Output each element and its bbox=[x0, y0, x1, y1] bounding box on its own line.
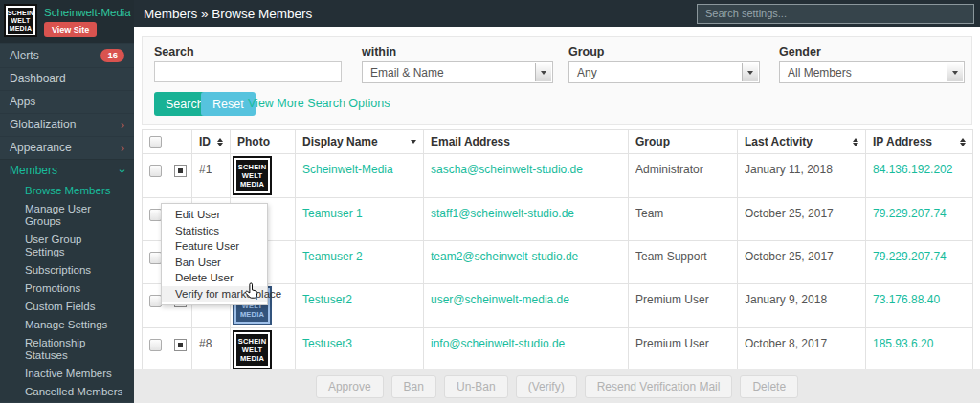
alerts-badge: 16 bbox=[100, 49, 124, 62]
group-value-cell: Premium User bbox=[629, 284, 738, 328]
column-header-content: Photo bbox=[237, 135, 288, 148]
row-expander-icon[interactable] bbox=[174, 165, 187, 177]
ip-address-link[interactable]: 185.93.6.20 bbox=[873, 337, 933, 350]
ip-address-link-cell: 84.136.192.202 bbox=[866, 154, 973, 198]
brand-info: Scheinwelt-Media View Site bbox=[44, 4, 131, 37]
expander-glyph bbox=[178, 343, 183, 347]
row-expand-cell bbox=[167, 154, 192, 198]
email-link[interactable]: staff1@scheinwelt-studio.de bbox=[431, 207, 574, 220]
column-header-display-name[interactable]: Display Name bbox=[296, 130, 424, 154]
row-checkbox[interactable] bbox=[149, 165, 162, 177]
context-menu-item-verify-for-marketplace[interactable]: Verify for marketplace bbox=[162, 286, 267, 302]
column-header-group[interactable]: Group bbox=[629, 130, 738, 154]
email-link[interactable]: info@scheinwelt-studio.de bbox=[431, 337, 565, 350]
view-site-button[interactable]: View Site bbox=[44, 22, 97, 37]
display-name-link-cell: Testuser3 bbox=[296, 328, 424, 372]
member-photo[interactable]: SCHEINWELTMEDIA bbox=[233, 156, 272, 195]
sort-up-arrow bbox=[960, 138, 966, 142]
sidebar-item-globalization[interactable]: Globalization› bbox=[0, 113, 134, 136]
column-header-id[interactable]: ID bbox=[192, 130, 231, 154]
context-menu-item-feature-user[interactable]: Feature User bbox=[162, 238, 267, 255]
sidebar-item-label: User Group Settings bbox=[25, 234, 124, 258]
sidebar-item-label: Alerts bbox=[10, 50, 39, 62]
content: Search within Email & Name Group Any Gen… bbox=[134, 27, 980, 403]
sidebar-item-browse-members[interactable]: Browse Members bbox=[0, 182, 134, 200]
column-header-last-activity[interactable]: Last Activity bbox=[738, 130, 866, 154]
sidebar-item-cancelled-members[interactable]: Cancelled Members bbox=[0, 383, 134, 401]
ip-address-link-cell: 73.176.88.40 bbox=[866, 284, 973, 328]
sidebar-item-user-group-settings[interactable]: User Group Settings bbox=[0, 231, 134, 261]
bulk-un-ban-button[interactable]: Un-Ban bbox=[444, 375, 508, 398]
sidebar-item-manage-user-groups[interactable]: Manage User Groups bbox=[0, 200, 134, 231]
select-all-header[interactable] bbox=[143, 130, 167, 154]
sidebar-item-inactive-members[interactable]: Inactive Members bbox=[0, 365, 134, 383]
column-header-email-address[interactable]: Email Address bbox=[424, 130, 629, 154]
brand-logo: SCHEIN WELT MEDIA bbox=[6, 6, 35, 35]
dropdown-arrow-icon bbox=[535, 63, 551, 81]
member-photo-text: MEDIA bbox=[240, 180, 264, 189]
member-photo[interactable]: SCHEINWELTMEDIA bbox=[233, 330, 272, 369]
sidebar-item-label: Cancelled Members bbox=[25, 386, 122, 398]
within-select[interactable]: Email & Name bbox=[362, 61, 553, 83]
group-value-cell: Team Support bbox=[629, 241, 738, 284]
select-all-checkbox[interactable] bbox=[149, 136, 162, 148]
ip-address-link[interactable]: 79.229.207.74 bbox=[873, 207, 947, 220]
column-header-label: ID bbox=[199, 135, 211, 148]
display-name-link-cell: Teamuser 2 bbox=[296, 241, 424, 284]
sidebar-item-apps[interactable]: Apps bbox=[0, 90, 134, 113]
display-name-link-cell: Testuser2 bbox=[296, 284, 424, 328]
settings-search-input[interactable] bbox=[697, 4, 974, 24]
last-activity-value: January 11, 2018 bbox=[745, 163, 833, 176]
sidebar-item-subscriptions[interactable]: Subscriptions bbox=[0, 261, 134, 280]
column-header-ip-address[interactable]: IP Address bbox=[866, 130, 973, 154]
brand-name: Scheinwelt-Media bbox=[44, 7, 131, 18]
sidebar-item-manage-settings[interactable]: Manage Settings bbox=[0, 316, 134, 334]
ip-address-link[interactable]: 79.229.207.74 bbox=[873, 250, 947, 263]
email-link[interactable]: sascha@scheinwelt-studio.de bbox=[431, 163, 583, 176]
row-select-cell bbox=[143, 328, 167, 372]
bulk-approve-button[interactable]: Approve bbox=[316, 375, 384, 398]
display-name-link[interactable]: Teamuser 1 bbox=[302, 207, 363, 220]
sidebar-item-dashboard[interactable]: Dashboard bbox=[0, 67, 134, 90]
sort-down-arrow bbox=[960, 143, 966, 146]
chevron-right-icon: › bbox=[121, 144, 124, 153]
context-menu-item-edit-user[interactable]: Edit User bbox=[162, 207, 267, 223]
last-activity-value: January 9, 2018 bbox=[745, 293, 827, 306]
sidebar-item-custom-fields[interactable]: Custom Fields bbox=[0, 298, 134, 316]
group-select[interactable]: Any bbox=[568, 61, 760, 83]
bulk-ban-button[interactable]: Ban bbox=[391, 375, 436, 398]
gender-select[interactable]: All Members bbox=[779, 61, 965, 83]
context-menu-item-ban-user[interactable]: Ban User bbox=[162, 255, 267, 271]
last-activity-value-cell: January 9, 2018 bbox=[738, 284, 866, 328]
ip-address-link[interactable]: 84.136.192.202 bbox=[873, 163, 952, 176]
row-expander-icon[interactable] bbox=[174, 339, 187, 351]
display-name-link[interactable]: Testuser2 bbox=[302, 293, 352, 306]
sidebar-item-appearance[interactable]: Appearance› bbox=[0, 136, 134, 159]
email-link[interactable]: team2@scheinwelt-studio.de bbox=[431, 250, 578, 263]
sidebar-item-alerts[interactable]: Alerts16 bbox=[0, 43, 134, 67]
last-activity-value-cell: October 8, 2017 bbox=[738, 328, 866, 372]
member-photo-text: SCHEIN bbox=[238, 163, 267, 171]
display-name-link[interactable]: Testuser3 bbox=[302, 337, 352, 350]
column-header-photo[interactable]: Photo bbox=[231, 130, 296, 154]
column-header-content: ID bbox=[199, 135, 223, 148]
email-link[interactable]: user@scheinwelt-media.de bbox=[431, 293, 569, 306]
search-input[interactable] bbox=[154, 61, 342, 82]
context-menu-item-statistics[interactable]: Statistics bbox=[162, 223, 267, 239]
bulk-resend-verification-mail-button[interactable]: Resend Verification Mail bbox=[585, 375, 733, 398]
column-header-label: Photo bbox=[237, 135, 270, 148]
display-name-link[interactable]: Scheinwelt-Media bbox=[302, 163, 393, 176]
sort-icon bbox=[853, 138, 858, 146]
sidebar-item-members[interactable]: Members› bbox=[0, 159, 134, 182]
context-menu-item-delete-user[interactable]: Delete User bbox=[162, 270, 267, 286]
view-more-search-options-link[interactable]: View More Search Options bbox=[248, 97, 390, 110]
sort-icon bbox=[960, 138, 966, 146]
group-value: Administrator bbox=[635, 163, 703, 176]
row-checkbox[interactable] bbox=[149, 339, 162, 351]
ip-address-link[interactable]: 73.176.88.40 bbox=[873, 293, 940, 306]
bulk--verify--button[interactable]: (Verify) bbox=[516, 375, 577, 398]
display-name-link[interactable]: Teamuser 2 bbox=[302, 250, 363, 263]
bulk-delete-button[interactable]: Delete bbox=[740, 375, 798, 398]
sidebar-item-relationship-statuses[interactable]: Relationship Statuses bbox=[0, 334, 134, 365]
sidebar-item-promotions[interactable]: Promotions bbox=[0, 280, 134, 298]
